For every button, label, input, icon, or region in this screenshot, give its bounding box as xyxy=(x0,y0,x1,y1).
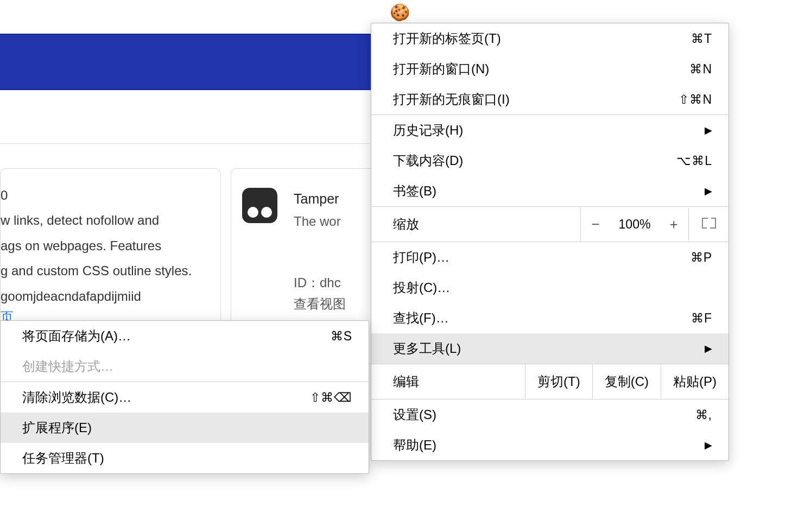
submenu-task-manager[interactable]: 任务管理器(T) xyxy=(1,443,369,473)
zoom-label: 缩放 xyxy=(371,207,580,242)
menu-zoom-row: 缩放 − 100% + xyxy=(371,207,729,242)
extension-id: ID：dhc xyxy=(294,273,346,293)
menu-label: 下载内容(D) xyxy=(393,152,676,169)
extension-desc: The wor xyxy=(294,211,346,232)
menu-section-tabs: 打开新的标签页(T) ⌘T 打开新的窗口(N) ⌘N 打开新的无痕窗口(I) ⇧… xyxy=(371,23,729,115)
divider xyxy=(0,143,369,144)
menu-label: 设置(S) xyxy=(393,406,695,423)
menu-history[interactable]: 历史记录(H) ▶ xyxy=(371,115,729,145)
more-tools-submenu: 将页面存储为(A)… ⌘S 创建快捷方式… 清除浏览数据(C)… ⇧⌘⌫ 扩展程… xyxy=(0,320,369,474)
card-text: w links, detect nofollow and xyxy=(1,210,215,231)
menu-section-actions: 打印(P)… ⌘P 投射(C)… 查找(F)… ⌘F 更多工具(L) ▶ xyxy=(371,242,729,364)
submenu-clear-data[interactable]: 清除浏览数据(C)… ⇧⌘⌫ xyxy=(1,382,369,413)
shortcut-text: ⌘P xyxy=(691,250,712,265)
menu-label: 投射(C)… xyxy=(393,279,712,296)
shortcut-text: ⌘T xyxy=(691,31,712,46)
menu-label: 查找(F)… xyxy=(393,309,691,327)
blue-header-bar xyxy=(0,34,375,90)
menu-find[interactable]: 查找(F)… ⌘F xyxy=(371,303,729,333)
menu-section-history: 历史记录(H) ▶ 下载内容(D) ⌥⌘L 书签(B) ▶ xyxy=(371,115,729,207)
menu-more-tools[interactable]: 更多工具(L) ▶ xyxy=(371,333,729,364)
menu-label: 任务管理器(T) xyxy=(22,449,352,467)
fullscreen-button[interactable] xyxy=(688,208,729,240)
menu-cast[interactable]: 投射(C)… xyxy=(371,273,729,303)
zoom-value: 100% xyxy=(610,217,659,232)
chevron-right-icon: ▶ xyxy=(705,124,712,136)
edit-label: 编辑 xyxy=(371,364,525,399)
menu-help[interactable]: 帮助(E) ▶ xyxy=(371,430,729,460)
extension-id: goomjdeacndafapdijmiid xyxy=(1,286,215,307)
shortcut-text: ⌘F xyxy=(691,311,712,326)
shortcut-text: ⇧⌘⌫ xyxy=(310,390,352,405)
paste-button[interactable]: 粘贴(P) xyxy=(661,364,729,399)
card-text: 0 xyxy=(1,185,215,206)
menu-print[interactable]: 打印(P)… ⌘P xyxy=(371,242,729,273)
chevron-right-icon: ▶ xyxy=(705,439,712,451)
chrome-main-menu: 打开新的标签页(T) ⌘T 打开新的窗口(N) ⌘N 打开新的无痕窗口(I) ⇧… xyxy=(371,23,729,461)
extension-title: Tamper xyxy=(294,188,346,210)
menu-label: 创建快捷方式… xyxy=(22,358,352,375)
shortcut-text: ⌘S xyxy=(331,329,352,344)
zoom-controls: − 100% + xyxy=(580,207,688,242)
submenu-create-shortcut: 创建快捷方式… xyxy=(1,351,369,382)
submenu-save-page[interactable]: 将页面存储为(A)… ⌘S xyxy=(1,321,369,351)
view-link[interactable]: 查看视图 xyxy=(294,294,346,314)
fullscreen-icon xyxy=(702,218,716,229)
menu-label: 打开新的无痕窗口(I) xyxy=(393,91,679,108)
menu-label: 打印(P)… xyxy=(393,249,691,266)
menu-edit-row: 编辑 剪切(T) 复制(C) 粘贴(P) xyxy=(371,364,729,400)
menu-new-incognito[interactable]: 打开新的无痕窗口(I) ⇧⌘N xyxy=(371,84,729,115)
menu-label: 书签(B) xyxy=(393,182,699,200)
menu-section-settings: 设置(S) ⌘, 帮助(E) ▶ xyxy=(371,400,729,460)
zoom-out-button[interactable]: − xyxy=(581,207,610,242)
menu-label: 历史记录(H) xyxy=(393,122,699,139)
menu-settings[interactable]: 设置(S) ⌘, xyxy=(371,400,729,430)
shortcut-text: ⌥⌘L xyxy=(676,154,712,168)
menu-new-window[interactable]: 打开新的窗口(N) ⌘N xyxy=(371,54,729,84)
menu-label: 帮助(E) xyxy=(393,436,699,454)
zoom-in-button[interactable]: + xyxy=(659,207,688,242)
menu-label: 打开新的标签页(T) xyxy=(393,30,691,47)
menu-new-tab[interactable]: 打开新的标签页(T) ⌘T xyxy=(371,23,729,54)
shortcut-text: ⌘N xyxy=(689,62,712,77)
menu-label: 清除浏览数据(C)… xyxy=(22,389,310,406)
copy-button[interactable]: 复制(C) xyxy=(592,364,661,399)
menu-bookmarks[interactable]: 书签(B) ▶ xyxy=(371,176,729,206)
card-text: ags on webpages. Features xyxy=(1,236,215,256)
shortcut-text: ⌘, xyxy=(695,408,712,422)
chevron-right-icon: ▶ xyxy=(705,343,712,354)
chevron-right-icon: ▶ xyxy=(705,185,712,197)
menu-downloads[interactable]: 下载内容(D) ⌥⌘L xyxy=(371,145,729,176)
menu-label: 打开新的窗口(N) xyxy=(393,60,689,78)
menu-label: 将页面存储为(A)… xyxy=(22,327,331,345)
card-text: g and custom CSS outline styles. xyxy=(1,261,215,281)
shortcut-text: ⇧⌘N xyxy=(679,92,712,107)
menu-label: 更多工具(L) xyxy=(393,340,699,357)
cut-button[interactable]: 剪切(T) xyxy=(525,364,592,399)
cookie-icon: 🍪 xyxy=(390,3,410,22)
submenu-extensions[interactable]: 扩展程序(E) xyxy=(1,413,369,443)
menu-label: 扩展程序(E) xyxy=(22,419,352,436)
tampermonkey-icon xyxy=(242,188,277,223)
